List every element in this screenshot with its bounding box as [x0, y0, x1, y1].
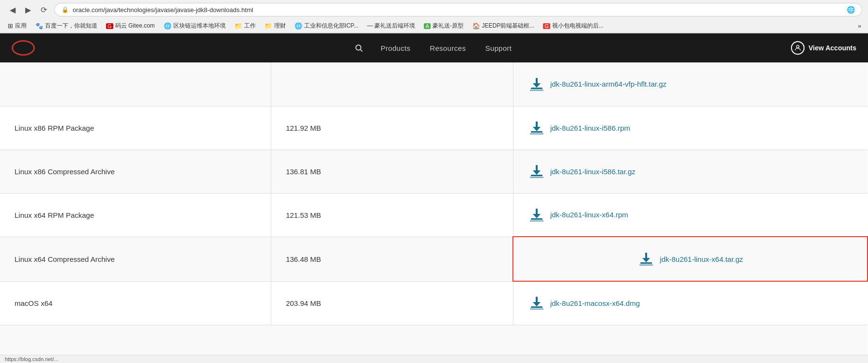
- nav-center: Products Resources Support: [347, 33, 522, 62]
- view-accounts-button[interactable]: View Accounts: [791, 41, 856, 55]
- account-icon: [791, 41, 805, 55]
- status-url: https://blog.csdn.net/...: [5, 356, 59, 362]
- table-row: Linux x86 Compressed Archive 136.81 MB: [0, 150, 868, 193]
- download-icon: [530, 208, 543, 222]
- package-size: 121.53 MB: [271, 193, 513, 237]
- user-icon: [794, 44, 802, 52]
- package-size: 203.94 MB: [271, 281, 513, 325]
- download-cell: jdk-8u261-macosx-x64.dmg: [513, 281, 868, 325]
- package-name: macOS x64: [0, 281, 271, 325]
- status-bar: https://blog.csdn.net/...: [0, 355, 868, 363]
- table-row-highlighted: Linux x64 Compressed Archive 136.48 MB: [0, 237, 868, 281]
- address-bar[interactable]: 🔒 oracle.com/java/technologies/javase/ja…: [54, 3, 862, 16]
- download-cell: jdk-8u261-linux-i586.tar.gz: [513, 150, 868, 193]
- search-icon: [355, 44, 363, 52]
- download-icon-wrapper: [637, 250, 655, 268]
- download-icon: [530, 121, 543, 135]
- download-icon-wrapper: [528, 206, 545, 224]
- bookmark-gitee[interactable]: G 码云 Gitee.com: [102, 21, 159, 31]
- bookmark-more[interactable]: »: [855, 22, 864, 30]
- package-size: 136.81 MB: [271, 150, 513, 193]
- svg-rect-18: [530, 220, 543, 222]
- svg-marker-9: [533, 127, 541, 131]
- products-nav-link[interactable]: Products: [371, 33, 420, 62]
- bookmark-finance[interactable]: 📁 理财: [261, 21, 290, 31]
- refresh-button[interactable]: ⟳: [37, 3, 50, 16]
- svg-marker-17: [533, 214, 541, 218]
- download-icon: [639, 252, 653, 266]
- oracle-logo[interactable]: [12, 40, 35, 56]
- svg-rect-3: [531, 88, 542, 89]
- svg-marker-25: [533, 302, 541, 306]
- download-table: jdk-8u261-linux-arm64-vfp-hflt.tar.gz Li…: [0, 62, 868, 363]
- svg-point-2: [797, 45, 799, 48]
- nav-right: View Accounts: [791, 41, 856, 55]
- svg-rect-7: [531, 131, 542, 133]
- download-icon-wrapper: [528, 163, 545, 180]
- svg-rect-22: [639, 264, 653, 266]
- bookmark-blockchain[interactable]: 🌐 区块链运维本地环境: [160, 21, 230, 31]
- bookmark-jeedp[interactable]: 🏠 JEEDP前端基础框...: [468, 21, 539, 31]
- svg-rect-6: [530, 90, 543, 91]
- svg-rect-19: [640, 262, 652, 264]
- bookmark-haoli-proto[interactable]: A 豪礼送-原型: [420, 21, 467, 31]
- download-icon: [530, 77, 543, 91]
- download-cell: jdk-8u261-linux-i586.rpm: [513, 106, 868, 150]
- view-accounts-label: View Accounts: [808, 44, 856, 52]
- svg-marker-5: [533, 83, 541, 88]
- download-icon-wrapper: [528, 76, 545, 93]
- table-row: Linux x64 RPM Package 121.53 MB jdk-8: [0, 193, 868, 237]
- table-row: jdk-8u261-linux-arm64-vfp-hflt.tar.gz: [0, 62, 868, 106]
- svg-line-1: [360, 49, 362, 51]
- package-size: 121.92 MB: [271, 106, 513, 150]
- download-link[interactable]: jdk-8u261-linux-x64.rpm: [528, 206, 853, 224]
- back-button[interactable]: ◀: [6, 3, 19, 16]
- package-size: 136.48 MB: [271, 237, 513, 281]
- support-nav-link[interactable]: Support: [476, 33, 522, 62]
- download-filename: jdk-8u261-linux-arm64-vfp-hflt.tar.gz: [550, 80, 666, 88]
- download-link[interactable]: jdk-8u261-linux-i586.rpm: [528, 119, 853, 136]
- download-icon: [530, 164, 543, 179]
- bookmark-shipao[interactable]: G 视小包电视端的后...: [539, 21, 607, 31]
- package-name: Linux x64 Compressed Archive: [0, 237, 271, 281]
- search-button[interactable]: [347, 33, 371, 62]
- table-row: macOS x64 203.94 MB jdk-8u261-macosx-: [0, 281, 868, 325]
- oracle-navbar: Products Resources Support View Accounts: [0, 33, 868, 62]
- package-name: Linux x86 Compressed Archive: [0, 150, 271, 193]
- svg-rect-11: [531, 175, 542, 176]
- bookmark-icp[interactable]: 🌐 工业和信息化部ICP...: [291, 21, 362, 31]
- svg-rect-23: [531, 306, 542, 308]
- package-name: [0, 62, 271, 106]
- table-row: Linux x86 RPM Package 121.92 MB jdk-8: [0, 106, 868, 150]
- download-cell-highlighted: jdk-8u261-linux-x64.tar.gz: [513, 237, 868, 281]
- forward-button[interactable]: ▶: [21, 3, 35, 16]
- download-filename: jdk-8u261-linux-i586.rpm: [550, 124, 630, 132]
- svg-rect-26: [530, 308, 543, 310]
- svg-rect-10: [530, 133, 543, 135]
- download-icon-wrapper: [528, 294, 545, 312]
- url-text: oracle.com/java/technologies/javase/java…: [73, 6, 843, 14]
- download-filename: jdk-8u261-linux-x64.rpm: [550, 211, 628, 219]
- download-cell: jdk-8u261-linux-arm64-vfp-hflt.tar.gz: [513, 62, 868, 106]
- download-filename: jdk-8u261-linux-x64.tar.gz: [660, 255, 743, 263]
- download-link[interactable]: jdk-8u261-linux-i586.tar.gz: [528, 163, 853, 180]
- bookmark-baidu[interactable]: 🐾 百度一下，你就知道: [31, 21, 101, 31]
- download-link[interactable]: jdk-8u261-macosx-x64.dmg: [528, 294, 853, 312]
- resources-nav-link[interactable]: Resources: [420, 33, 475, 62]
- bookmark-work[interactable]: 📁 工作: [231, 21, 260, 31]
- download-icon: [530, 296, 543, 310]
- svg-marker-21: [642, 258, 650, 262]
- bookmark-apps[interactable]: ⊞ 应用: [4, 21, 31, 31]
- oracle-logo-oval: [12, 40, 35, 56]
- package-name: Linux x86 RPM Package: [0, 106, 271, 150]
- download-cell: jdk-8u261-linux-x64.rpm: [513, 193, 868, 237]
- download-link-highlighted[interactable]: jdk-8u261-linux-x64.tar.gz: [637, 250, 743, 268]
- bookmark-haoli-backend[interactable]: — 豪礼送后端环境: [363, 21, 419, 31]
- svg-point-0: [356, 45, 361, 50]
- download-filename: jdk-8u261-linux-i586.tar.gz: [550, 167, 636, 176]
- svg-rect-14: [530, 177, 543, 178]
- translate-icon: 🌐: [847, 6, 855, 14]
- package-size: [271, 62, 513, 106]
- download-filename: jdk-8u261-macosx-x64.dmg: [550, 299, 640, 307]
- download-link[interactable]: jdk-8u261-linux-arm64-vfp-hflt.tar.gz: [528, 76, 853, 93]
